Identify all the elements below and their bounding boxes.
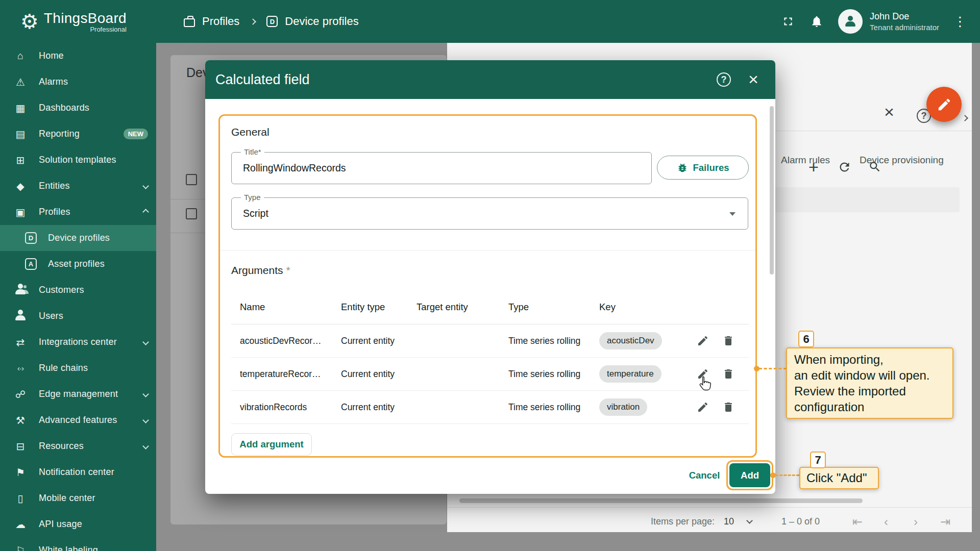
cancel-button[interactable]: Cancel	[680, 464, 729, 487]
delete-argument-button[interactable]	[720, 332, 737, 349]
sidebar-item-home[interactable]: ⌂Home	[0, 43, 156, 69]
add-plus-icon[interactable]: +	[806, 159, 821, 174]
sidebar-item-rule-chains[interactable]: ‹·›Rule chains	[0, 355, 156, 381]
sidebar-item-resources[interactable]: ⊟Resources	[0, 433, 156, 459]
chevron-down-icon	[142, 391, 149, 397]
sidebar-item-advanced-features[interactable]: ⚒Advanced features	[0, 407, 156, 433]
help-icon[interactable]: ?	[717, 72, 731, 87]
sidebar-item-white-labeling[interactable]: ⚐White labeling	[0, 537, 156, 551]
next-page-icon[interactable]: ›	[914, 515, 918, 529]
sidebar-item-customers[interactable]: Customers	[0, 277, 156, 303]
sidebar-item-edge-management[interactable]: ☍Edge management	[0, 381, 156, 407]
sidebar-item-label: Resources	[39, 441, 84, 452]
sidebar-item-users[interactable]: Users	[0, 303, 156, 329]
col-name: Name	[240, 302, 341, 313]
chevron-down-icon	[142, 183, 149, 189]
entities-icon: ◆	[13, 180, 28, 192]
brand-logo[interactable]: ⚙ ThingsBoard Professional	[0, 10, 156, 33]
sidebar-item-label: Profiles	[39, 207, 70, 217]
sidebar-item-mobile-center[interactable]: ▯Mobile center	[0, 485, 156, 511]
arguments-table: Name Entity type Target entity Type Key …	[231, 290, 749, 424]
delete-argument-button[interactable]	[720, 398, 737, 416]
pagination-range: 1 – 0 of 0	[781, 516, 820, 527]
chevron-up-icon	[142, 209, 149, 215]
breadcrumb-profiles[interactable]: Profiles	[202, 15, 239, 28]
sidebar-item-label: API usage	[39, 519, 82, 530]
edit-argument-button[interactable]	[694, 332, 712, 349]
connector-line-7	[775, 474, 799, 476]
row-checkbox[interactable]	[186, 208, 197, 219]
failures-button[interactable]: Failures	[657, 156, 749, 180]
sidebar-item-asset-profiles[interactable]: AAsset profiles	[0, 251, 156, 277]
sidebar-item-label: Entities	[39, 181, 70, 191]
people-icon	[14, 282, 27, 295]
user-menu[interactable]: John Doe Tenant administrator	[838, 9, 939, 34]
phone-icon: ▯	[13, 492, 28, 505]
col-type: Type	[508, 302, 599, 313]
failures-label: Failures	[693, 162, 729, 173]
argument-row: vibrationRecords Current entity Time ser…	[231, 391, 749, 424]
sidebar-item-label: Advanced features	[39, 415, 117, 425]
argument-name: acousticDevRecor…	[240, 336, 341, 346]
sidebar-item-integrations-center[interactable]: ⇄Integrations center	[0, 329, 156, 355]
trash-icon	[722, 401, 734, 413]
sidebar-item-label: Reporting	[39, 129, 80, 139]
sidebar-item-reporting[interactable]: ▤ReportingNEW	[0, 121, 156, 147]
refresh-icon[interactable]	[837, 159, 852, 174]
prev-page-icon[interactable]: ‹	[884, 515, 888, 529]
fullscreen-icon[interactable]	[781, 14, 795, 29]
kebab-menu-icon[interactable]: ⋮	[953, 14, 967, 30]
argument-type: Time series rolling	[508, 336, 599, 346]
edit-argument-button[interactable]	[694, 398, 712, 416]
sidebar-item-dashboards[interactable]: ▦Dashboards	[0, 95, 156, 121]
briefcase-icon	[184, 18, 195, 27]
argument-key-chip: temperature	[599, 365, 662, 383]
breadcrumb-device-profiles[interactable]: Device profiles	[285, 15, 358, 28]
title-input[interactable]: Title* RollingWindowRecords	[231, 152, 652, 184]
chevron-down-icon	[142, 417, 149, 423]
rule-chains-icon: ‹·›	[13, 364, 28, 372]
first-page-icon[interactable]: ⇤	[852, 515, 863, 529]
argument-type: Time series rolling	[508, 402, 599, 413]
sidebar-item-device-profiles[interactable]: DDevice profiles	[0, 225, 156, 251]
items-per-page-select[interactable]: 10	[724, 516, 734, 527]
items-per-page-arrow-icon[interactable]	[746, 517, 753, 524]
close-icon[interactable]: ×	[748, 70, 758, 88]
search-icon[interactable]	[867, 159, 883, 174]
callout-text: an edit window will open.	[794, 367, 945, 383]
col-key: Key	[599, 302, 694, 313]
add-button-highlight: Add	[726, 460, 773, 490]
sidebar-item-label: Notification center	[39, 467, 114, 478]
argument-type: Time series rolling	[508, 369, 599, 380]
add-argument-button[interactable]: Add argument	[231, 433, 312, 456]
new-badge: NEW	[124, 129, 148, 139]
col-entity-type: Entity type	[341, 302, 416, 313]
sidebar-item-api-usage[interactable]: ☁API usage	[0, 511, 156, 537]
sidebar-item-label: Edge management	[39, 389, 118, 399]
argument-row: acousticDevRecor… Current entity Time se…	[231, 324, 749, 358]
sidebar-item-notification-center[interactable]: ⚑Notification center	[0, 459, 156, 485]
last-page-icon[interactable]: ⇥	[940, 515, 950, 529]
argument-name: vibrationRecords	[240, 402, 341, 413]
select-all-checkbox[interactable]	[186, 174, 197, 185]
sidebar-item-solution-templates[interactable]: ⊞Solution templates	[0, 147, 156, 173]
footer-divider	[447, 507, 972, 508]
type-select[interactable]: Type Script	[231, 197, 748, 230]
delete-argument-button[interactable]	[720, 365, 737, 383]
dialog-scrollbar[interactable]	[770, 106, 774, 274]
tabs-scroll-right-icon[interactable]	[962, 115, 968, 121]
horizontal-scrollbar[interactable]	[459, 498, 863, 503]
sidebar-item-profiles[interactable]: ▣Profiles	[0, 199, 156, 225]
integrations-icon: ⇄	[13, 336, 28, 348]
close-icon[interactable]: ×	[884, 103, 894, 120]
sidebar-item-alarms[interactable]: ⚠Alarms	[0, 69, 156, 95]
notifications-bell-icon[interactable]	[810, 14, 824, 29]
calculated-field-dialog: Calculated field ? × General Title* Roll…	[205, 60, 775, 494]
edit-fab-button[interactable]	[926, 87, 962, 122]
sidebar-item-label: Rule chains	[39, 363, 88, 373]
sidebar-item-entities[interactable]: ◆Entities	[0, 173, 156, 199]
flag-icon: ⚑	[13, 466, 28, 479]
general-heading: General	[231, 126, 270, 138]
add-button[interactable]: Add	[729, 463, 770, 487]
connector-line-6	[759, 368, 787, 369]
